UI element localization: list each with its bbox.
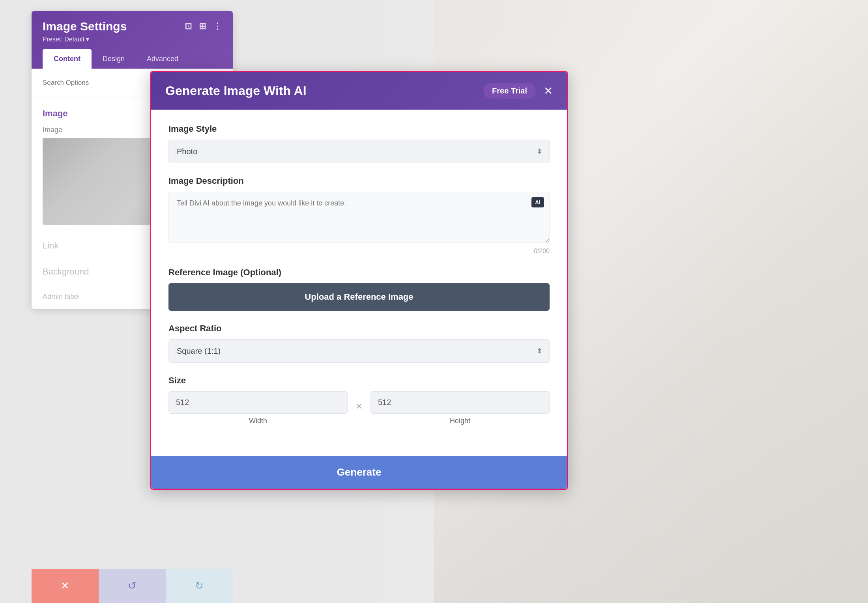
cancel-icon: ✕ <box>61 580 69 592</box>
height-group: Height <box>370 391 550 425</box>
settings-title-icons: ⊡ ⊞ ⋮ <box>185 21 222 32</box>
redo-icon: ↻ <box>195 580 204 592</box>
settings-tabs: Content Design Advanced <box>43 49 222 69</box>
image-description-textarea[interactable] <box>168 192 550 243</box>
generate-button[interactable]: Generate <box>151 456 567 489</box>
size-separator: ✕ <box>355 401 363 412</box>
settings-panel-title: Image Settings <box>43 20 127 33</box>
settings-header: Image Settings ⊡ ⊞ ⋮ Preset: Default ▾ C… <box>32 11 233 69</box>
ai-modal-title: Generate Image With AI <box>165 84 307 98</box>
undo-button[interactable]: ↺ <box>99 569 166 603</box>
width-group: Width <box>168 391 348 425</box>
aspect-ratio-group: Aspect Ratio Square (1:1) ⬍ <box>168 323 550 363</box>
textarea-wrapper: AI <box>168 192 550 245</box>
tab-content[interactable]: Content <box>43 49 92 69</box>
split-icon[interactable]: ⊞ <box>199 21 206 32</box>
image-description-group: Image Description AI 0/200 <box>168 176 550 255</box>
close-button[interactable]: ✕ <box>544 86 553 97</box>
undo-icon: ↺ <box>128 580 137 592</box>
aspect-ratio-select[interactable]: Square (1:1) <box>168 339 550 363</box>
ai-modal-header: Generate Image With AI Free Trial ✕ <box>151 72 567 110</box>
cancel-button[interactable]: ✕ <box>32 569 99 603</box>
tab-design[interactable]: Design <box>92 49 136 69</box>
settings-title-row: Image Settings ⊡ ⊞ ⋮ <box>43 20 222 33</box>
width-input[interactable] <box>168 391 348 414</box>
image-style-group: Image Style Photo ⬍ <box>168 124 550 163</box>
image-style-label: Image Style <box>168 124 550 134</box>
size-label: Size <box>168 375 550 386</box>
size-group: Size Width ✕ Height <box>168 375 550 425</box>
resize-icon[interactable]: ⊡ <box>185 21 192 32</box>
width-label: Width <box>249 417 267 425</box>
tab-advanced[interactable]: Advanced <box>136 49 189 69</box>
ai-icon-badge: AI <box>531 197 544 207</box>
ai-modal-body: Image Style Photo ⬍ Image Description AI… <box>151 110 567 452</box>
preset-label[interactable]: Preset: Default ▾ <box>43 35 222 43</box>
reference-image-group: Reference Image (Optional) Upload a Refe… <box>168 267 550 311</box>
upload-reference-button[interactable]: Upload a Reference Image <box>168 283 550 311</box>
size-row: Width ✕ Height <box>168 391 550 425</box>
more-icon[interactable]: ⋮ <box>213 21 222 32</box>
reference-image-label: Reference Image (Optional) <box>168 267 550 278</box>
aspect-ratio-label: Aspect Ratio <box>168 323 550 334</box>
redo-button[interactable]: ↻ <box>166 569 233 603</box>
image-style-select-wrapper: Photo ⬍ <box>168 140 550 163</box>
char-count: 0/200 <box>168 248 550 255</box>
aspect-ratio-select-wrapper: Square (1:1) ⬍ <box>168 339 550 363</box>
image-description-label: Image Description <box>168 176 550 186</box>
height-label: Height <box>450 417 470 425</box>
action-bar: ✕ ↺ ↻ <box>32 569 233 603</box>
ai-modal-header-right: Free Trial ✕ <box>483 83 553 99</box>
image-style-select[interactable]: Photo <box>168 140 550 163</box>
ai-modal: Generate Image With AI Free Trial ✕ Imag… <box>150 71 568 490</box>
height-input[interactable] <box>370 391 550 414</box>
free-trial-badge[interactable]: Free Trial <box>483 83 536 99</box>
